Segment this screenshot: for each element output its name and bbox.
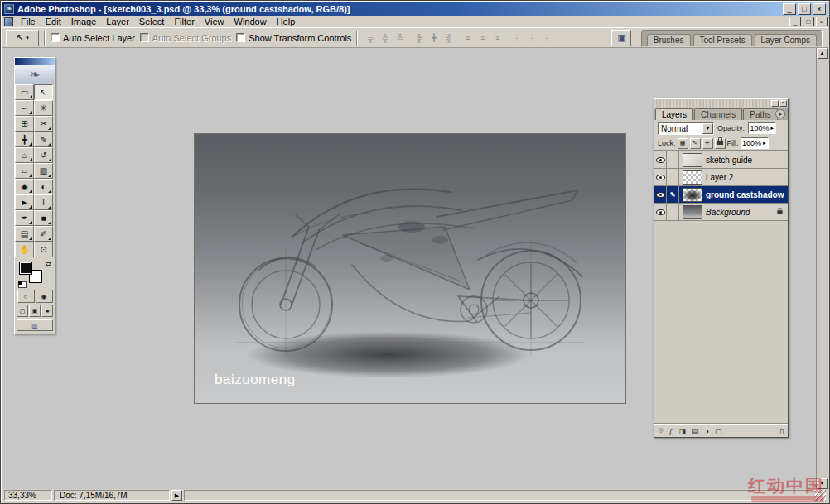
checkbox-icon[interactable]	[51, 33, 60, 42]
blend-mode-select[interactable]: Normal ▼	[658, 122, 714, 135]
menu-edit[interactable]: Edit	[41, 16, 66, 27]
lock-all-button[interactable]	[715, 138, 726, 149]
visibility-toggle[interactable]	[654, 151, 667, 168]
menu-select[interactable]: Select	[134, 16, 170, 27]
new-group-icon[interactable]: ▤	[692, 427, 699, 435]
scroll-up-icon[interactable]: ▲	[817, 48, 828, 59]
standard-mode-button[interactable]: ○	[17, 290, 35, 303]
auto-select-layer-checkbox[interactable]: Auto Select Layer	[51, 33, 135, 43]
default-colors-icon[interactable]	[18, 281, 27, 288]
slider-popup-icon[interactable]: ▸	[763, 140, 766, 146]
distribute-right-edges-button[interactable]: ⋮	[539, 31, 553, 45]
doc-minimize-button[interactable]: _	[789, 17, 801, 26]
document-icon[interactable]	[4, 17, 13, 26]
zoom-input[interactable]: 33,33%	[4, 490, 52, 501]
tab-layer-comps[interactable]: Layer Comps	[755, 34, 817, 46]
tool-pen-button[interactable]: ✒	[15, 210, 34, 226]
tab-channels[interactable]: Channels	[694, 108, 742, 120]
layer-style-icon[interactable]: ƒ	[668, 427, 673, 435]
adobe-feather-logo[interactable]: ❧	[15, 65, 55, 84]
tool-zoom-button[interactable]: ⊙	[34, 242, 53, 257]
tab-layers[interactable]: Layers	[655, 108, 693, 120]
visibility-toggle[interactable]	[654, 186, 667, 203]
tool-brush-button[interactable]: ✎	[34, 132, 53, 147]
chevron-down-icon[interactable]: ▼	[702, 123, 713, 134]
align-vertical-centers-button[interactable]: ╬	[378, 31, 392, 45]
tool-slice-button[interactable]: ✂	[34, 116, 53, 132]
tool-gradient-button[interactable]: ▧	[34, 163, 53, 179]
layer-thumbnail[interactable]	[683, 170, 702, 185]
fullscreen-menu-button[interactable]: ▣	[29, 305, 41, 317]
tool-blur-button[interactable]: ◉	[15, 179, 34, 194]
doc-close-button[interactable]: ×	[816, 17, 828, 26]
tab-paths[interactable]: Paths	[743, 108, 778, 120]
fill-input[interactable]: 100% ▸	[741, 137, 769, 149]
doc-restore-button[interactable]: □	[803, 17, 814, 26]
align-horizontal-centers-button[interactable]: ╋	[427, 31, 441, 45]
layer-name[interactable]: sketch guide	[706, 156, 752, 165]
delete-layer-icon[interactable]: ▯	[779, 427, 784, 435]
scroll-down-icon[interactable]: ▼	[817, 478, 828, 489]
visibility-toggle[interactable]	[654, 204, 667, 220]
menu-help[interactable]: Help	[272, 16, 301, 27]
layer-thumbnail[interactable]	[683, 153, 702, 167]
tool-lasso-button[interactable]: ∽	[15, 100, 34, 116]
tool-notes-button[interactable]: ▤	[15, 226, 34, 242]
layer-name[interactable]: Layer 2	[706, 173, 733, 182]
minimize-button[interactable]: _	[783, 3, 796, 15]
tool-dodge-button[interactable]: ◐	[34, 179, 53, 194]
jump-to-imageready-button[interactable]: ▥	[17, 319, 53, 331]
checkbox-icon[interactable]	[236, 33, 245, 42]
lock-transparency-button[interactable]: ▦	[678, 138, 688, 149]
distribute-top-edges-button[interactable]: ≡	[461, 31, 475, 45]
layer-thumbnail[interactable]	[683, 205, 702, 219]
restore-button[interactable]: □	[798, 3, 811, 15]
slider-popup-icon[interactable]: ▸	[771, 125, 775, 132]
resize-grip[interactable]	[815, 490, 826, 501]
menu-view[interactable]: View	[200, 16, 229, 27]
menu-layer[interactable]: Layer	[101, 16, 134, 27]
tool-history-brush-button[interactable]: ↺	[34, 147, 53, 163]
toolbox-title-bar[interactable]	[15, 58, 55, 65]
lock-position-button[interactable]: ✛	[702, 138, 713, 149]
vertical-scrollbar[interactable]: ▲ ▼	[816, 48, 828, 489]
distribute-horizontal-centers-button[interactable]: ⋮	[524, 31, 538, 45]
tool-crop-button[interactable]: ⊞	[15, 116, 34, 132]
layer-mask-icon[interactable]: ◨	[678, 427, 686, 435]
tool-path-selection-button[interactable]: ►	[15, 194, 34, 210]
adjustment-layer-icon[interactable]: ◑	[704, 427, 708, 435]
tool-shape-button[interactable]: ■	[34, 210, 53, 226]
title-bar[interactable]: ❧ Adobe Photoshop - [sketch003_3.psd @ 3…	[2, 2, 828, 16]
palette-minimize-button[interactable]: –	[771, 100, 779, 107]
fullscreen-button[interactable]: ■	[41, 305, 53, 317]
distribute-vertical-centers-button[interactable]: ≡	[475, 31, 490, 45]
swap-colors-icon[interactable]: ⇄	[45, 260, 51, 268]
layer-name[interactable]: ground castshadow	[706, 190, 784, 199]
align-left-edges-button[interactable]: ╠	[412, 31, 426, 45]
tool-healing-brush-button[interactable]: ╋	[15, 132, 34, 147]
visibility-toggle[interactable]	[654, 169, 667, 185]
menu-image[interactable]: Image	[66, 16, 102, 27]
layer-thumbnail[interactable]	[683, 188, 702, 202]
document-canvas[interactable]: baizuomeng	[194, 133, 626, 404]
file-browser-button[interactable]: ▣	[611, 30, 631, 46]
tool-move-button[interactable]: ↖	[34, 84, 53, 100]
palette-close-button[interactable]: ×	[779, 100, 787, 107]
close-button[interactable]: ×	[813, 3, 826, 15]
palette-title-bar[interactable]: – ×	[654, 99, 788, 108]
tool-eraser-button[interactable]: ▱	[15, 163, 34, 179]
align-bottom-edges-button[interactable]: ╩	[393, 31, 407, 45]
foreground-color-swatch[interactable]	[19, 262, 32, 275]
standard-screen-button[interactable]: ▢	[17, 305, 28, 317]
layer-row-ground-castshadow[interactable]: ✎ ground castshadow	[654, 186, 788, 204]
palette-menu-icon[interactable]: ▸	[775, 109, 785, 118]
opacity-input[interactable]: 100% ▸	[748, 122, 776, 134]
new-layer-icon[interactable]: ▢	[715, 427, 722, 435]
layer-row-sketch-guide[interactable]: sketch guide	[654, 151, 788, 169]
tool-type-button[interactable]: T	[34, 194, 53, 210]
show-transform-controls-checkbox[interactable]: Show Transform Controls	[236, 33, 351, 43]
tool-preset-picker[interactable]: ↖ ▾	[6, 30, 39, 46]
status-menu-icon[interactable]: ▶	[171, 490, 182, 501]
distribute-left-edges-button[interactable]: ⋮	[509, 31, 524, 45]
align-right-edges-button[interactable]: ╣	[442, 31, 456, 45]
